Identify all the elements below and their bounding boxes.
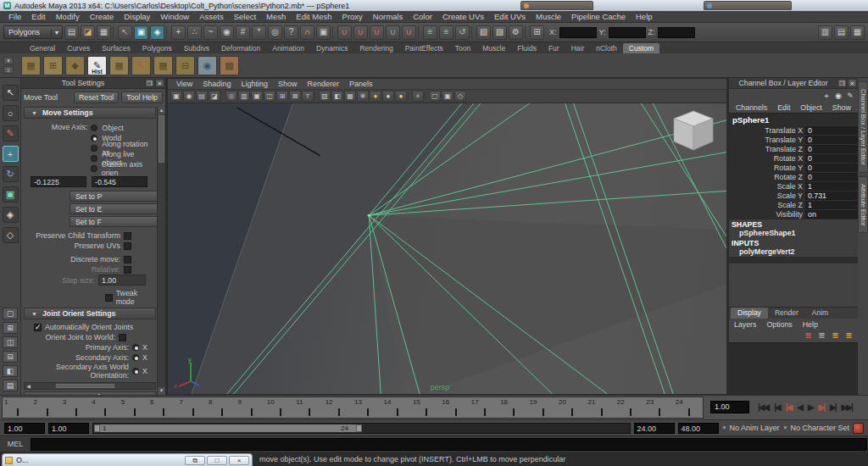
select-tool-icon[interactable]: ↖ xyxy=(3,85,19,101)
frame-cell[interactable]: 22 xyxy=(615,397,644,418)
separator[interactable] xyxy=(332,26,336,39)
custom-shelf-item-10[interactable]: ▩ xyxy=(220,56,239,75)
scale-tool-icon[interactable]: ▣ xyxy=(3,186,19,202)
frame-cell[interactable]: 10 xyxy=(265,397,294,418)
joint-orient-settings-header[interactable]: ▼ Joint Orient Settings xyxy=(24,308,156,319)
custom-shelf-item-9[interactable]: ◉ xyxy=(198,56,217,75)
select-by-object-icon[interactable]: ▣ xyxy=(134,25,148,40)
mask-points-icon[interactable]: ∴ xyxy=(187,25,202,40)
set-to-point-button[interactable]: Set to P xyxy=(70,191,161,202)
object-name[interactable]: pSphere1 xyxy=(729,114,858,125)
separator[interactable] xyxy=(425,92,428,101)
new-scene-icon[interactable]: ▤ xyxy=(64,25,79,40)
hist-shelf-item[interactable]: ✎ Hist xyxy=(87,56,107,75)
frame-cell[interactable]: 7 xyxy=(178,397,207,418)
shelf-tab[interactable]: Fluids xyxy=(511,43,542,53)
frame-cell[interactable]: 13 xyxy=(353,397,381,418)
character-set-dropdown[interactable]: ▼ No Character Set xyxy=(783,424,849,432)
shelf-tab[interactable]: Curves xyxy=(61,43,96,53)
use-no-lights-icon[interactable]: ● xyxy=(382,91,394,102)
select-by-hierarchy-icon[interactable]: ↖ xyxy=(118,25,132,40)
scrollbar-thumb[interactable] xyxy=(56,384,114,388)
menu-item[interactable]: Mesh xyxy=(261,12,291,21)
channel-value-field[interactable]: 0 xyxy=(805,125,858,135)
frame-cell[interactable]: 9 xyxy=(236,397,264,418)
separator[interactable] xyxy=(314,92,318,101)
shape-node-name[interactable]: pSphereShape1 xyxy=(729,229,858,238)
current-time-field[interactable]: 1.00 xyxy=(710,401,749,413)
mask-misc-icon[interactable]: ? xyxy=(284,25,298,40)
close-icon[interactable]: ✕ xyxy=(155,79,164,87)
custom-axis-x-field[interactable]: -0.1225 xyxy=(31,176,86,187)
channel-row[interactable]: Translate X 0 xyxy=(729,125,858,135)
menu-item[interactable]: Proxy xyxy=(337,12,368,21)
shelf-tab[interactable]: Toon xyxy=(449,43,476,53)
shelf-tab[interactable]: Surfaces xyxy=(96,43,136,53)
move-settings-header[interactable]: ▼ Move Settings xyxy=(24,107,156,119)
overlay-close-button[interactable]: × xyxy=(229,456,249,465)
save-scene-icon[interactable]: ▦ xyxy=(97,25,111,40)
time-slider[interactable]: 1 2 3 4 5 6 7 8 9 10 xyxy=(2,397,704,419)
separator[interactable] xyxy=(221,92,225,101)
frame-cell[interactable]: 11 xyxy=(294,397,323,418)
menu-item[interactable]: Pipeline Cache xyxy=(566,12,631,21)
field-chart-icon[interactable]: ⊞ xyxy=(276,91,288,102)
move-tool-icon[interactable]: + xyxy=(3,146,19,162)
select-by-component-icon[interactable]: ◈ xyxy=(150,25,164,40)
new-layer-from-selected-icon[interactable]: ≣ xyxy=(843,330,854,341)
menu-item[interactable]: Color xyxy=(408,12,437,21)
auto-keyframe-icon[interactable] xyxy=(853,423,864,434)
toggle-attribute-editor-icon[interactable]: ▤ xyxy=(834,25,849,40)
shelf-edit-icon[interactable]: ≡ xyxy=(3,66,14,74)
horizontal-scrollbar[interactable]: ◀ xyxy=(24,382,156,390)
shelf-tab[interactable]: Subdivs xyxy=(178,43,215,53)
viewport-menu-item[interactable]: Panels xyxy=(344,80,378,88)
highlight-selection-icon[interactable]: ▣ xyxy=(316,25,331,40)
custom-shelf-item-3[interactable]: ◆ xyxy=(65,56,85,75)
channel-row[interactable]: Visibility on xyxy=(729,209,858,219)
shelf-tab[interactable]: Muscle xyxy=(476,43,511,53)
resolution-gate-icon[interactable]: ▣ xyxy=(251,91,263,102)
range-slider-bar[interactable]: 1 24 xyxy=(94,424,357,432)
new-empty-layer-icon[interactable]: ≣ xyxy=(830,330,841,341)
frame-cell[interactable]: 23 xyxy=(644,397,673,418)
speed-state-icon[interactable]: ◉ xyxy=(833,91,843,101)
frame-cell[interactable]: 18 xyxy=(498,397,527,418)
separator[interactable] xyxy=(113,26,116,39)
auto-orient-joints-checkbox[interactable] xyxy=(34,324,42,331)
film-gate-icon[interactable]: ▥ xyxy=(238,91,250,102)
range-end-handle[interactable] xyxy=(356,424,362,432)
radio-icon[interactable] xyxy=(132,368,139,374)
snap-to-projected-center-icon[interactable]: ∪ xyxy=(386,25,400,40)
menu-item[interactable]: Select xyxy=(229,12,261,21)
shelf-tab[interactable]: Animation xyxy=(266,43,310,53)
custom-axis-y-field[interactable]: -0.545 xyxy=(92,176,147,187)
channel-value-field[interactable]: 1 xyxy=(805,181,858,191)
channel-row[interactable]: Rotate Y 0 xyxy=(729,163,858,172)
camera-attributes-icon[interactable]: ◉ xyxy=(183,91,195,102)
frame-cell[interactable]: 19 xyxy=(528,397,557,418)
menu-set-selector[interactable]: Polygons ▼ xyxy=(3,25,63,39)
menu-item[interactable]: Assets xyxy=(194,12,229,21)
command-line-input[interactable] xyxy=(31,438,867,451)
animation-end-field[interactable]: 48.00 xyxy=(678,423,719,434)
playback-start-field[interactable]: 1.00 xyxy=(48,423,89,434)
custom-shelf-item-8[interactable]: ⊟ xyxy=(175,56,195,75)
menu-item[interactable]: Display xyxy=(119,12,155,21)
shelf-tab[interactable]: Rendering xyxy=(353,43,398,53)
channel-row[interactable]: Scale X 1 xyxy=(729,181,858,191)
separator[interactable] xyxy=(525,26,528,39)
x-input[interactable] xyxy=(559,27,597,38)
input-to-selected-icon[interactable]: ≡ xyxy=(423,25,437,40)
step-forward-key-button[interactable]: ▶| xyxy=(830,403,836,412)
mask-deformations-icon[interactable]: # xyxy=(236,25,250,40)
frame-cell[interactable]: 6 xyxy=(148,397,177,418)
image-plane-icon[interactable]: ◪ xyxy=(209,91,220,102)
set-to-edge-button[interactable]: Set to E xyxy=(70,203,161,214)
snap-to-curves-icon[interactable]: ∪ xyxy=(353,25,368,40)
frame-cell[interactable]: 16 xyxy=(440,397,469,418)
channel-value-field[interactable]: 0 xyxy=(805,135,858,144)
close-icon[interactable]: ✕ xyxy=(848,79,857,87)
channel-row[interactable]: Rotate X 0 xyxy=(729,153,858,163)
toggle-modeling-toolkit-icon[interactable]: ▥ xyxy=(818,25,832,40)
